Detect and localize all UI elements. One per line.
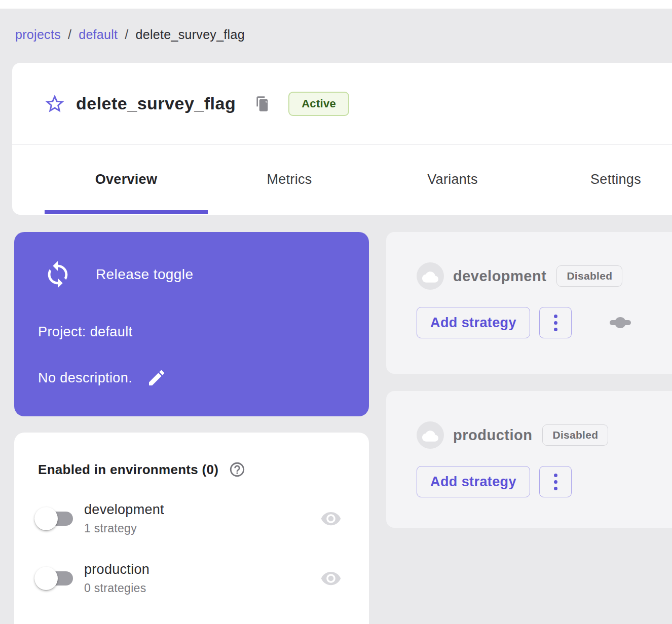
development-enable-toggle[interactable] [36,511,73,527]
strategy-count: 0 strategies [84,581,320,595]
release-toggle-icon [43,260,72,289]
strategy-count: 1 strategy [84,522,320,535]
more-options-kebab-button[interactable] [539,466,572,497]
breadcrumb-current: delete_survey_flag [136,27,245,42]
flag-project-label: Project: default [38,324,133,340]
visibility-eye-icon[interactable] [320,508,342,529]
environment-card-name: production [453,427,532,444]
tab-bar: Overview Metrics Variants Settings [12,145,672,214]
cloud-icon [422,426,438,444]
environment-row-development: development 1 strategy [14,500,369,537]
tab-metrics[interactable]: Metrics [208,172,371,187]
breadcrumb-link-projects[interactable]: projects [15,27,61,42]
flag-header-card: delete_survey_flag Active Overview Metri… [12,63,672,215]
strategy-card-production: production Disabled Add strategy [386,391,672,528]
production-enable-toggle[interactable] [36,570,73,587]
more-options-kebab-button[interactable] [539,307,572,338]
enabled-environments-title: Enabled in environments (0) [38,462,218,478]
active-tab-indicator [45,210,208,214]
visibility-eye-icon[interactable] [320,568,342,589]
favorite-star-icon[interactable] [44,93,66,115]
environment-name: production [84,562,320,577]
help-icon[interactable] [229,461,246,478]
breadcrumb-link-default[interactable]: default [79,27,118,42]
environment-toggle-switch[interactable] [610,317,631,328]
tab-overview[interactable]: Overview [45,172,208,187]
flag-title-row: delete_survey_flag Active [12,63,672,145]
cloud-icon [422,267,438,285]
copy-name-icon[interactable] [254,95,270,112]
environment-avatar [417,421,444,449]
breadcrumb: projects / default / delete_survey_flag [15,27,245,42]
enabled-environments-card: Enabled in environments (0) development … [14,433,369,624]
flag-description: No description. [38,370,132,386]
breadcrumb-separator: / [125,27,128,42]
page-title: delete_survey_flag [76,94,236,113]
tab-variants[interactable]: Variants [371,172,534,187]
environment-status-chip: Disabled [542,424,608,446]
status-badge: Active [288,92,349,116]
add-strategy-button[interactable]: Add strategy [417,307,530,338]
breadcrumb-separator: / [68,27,71,42]
environment-status-chip: Disabled [556,265,622,287]
strategy-card-development: development Disabled Add strategy [386,232,672,374]
flag-overview-card: Release toggle Project: default No descr… [14,232,369,416]
edit-description-icon[interactable] [146,368,167,388]
environment-name: development [84,502,320,518]
environment-avatar [417,262,444,290]
environment-row-production: production 0 strategies [14,560,369,597]
add-strategy-button[interactable]: Add strategy [417,466,530,497]
flag-type-label: Release toggle [96,266,193,283]
environment-card-name: development [453,268,546,285]
tab-settings[interactable]: Settings [534,172,672,187]
